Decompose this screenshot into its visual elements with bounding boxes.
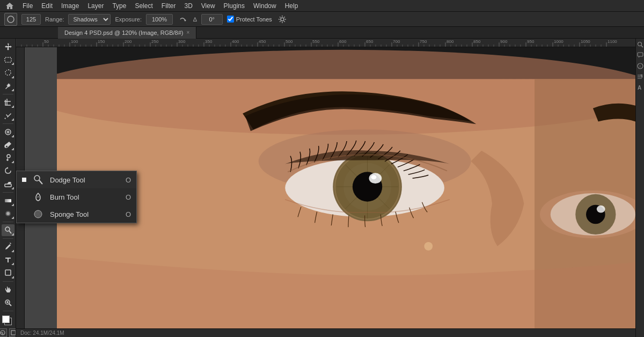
svg-line-14 (9, 304, 11, 306)
clone-stamp-tool[interactable] (2, 152, 14, 164)
range-label: Range: (45, 16, 64, 23)
svg-text:500: 500 (286, 39, 293, 44)
quick-mask-btn[interactable] (0, 328, 7, 337)
panel-text-icon[interactable]: A (636, 84, 644, 91)
svg-rect-27 (16, 39, 635, 47)
document-tab[interactable]: Design 4 PSD.psd @ 120% (Image, RGB/8#) … (58, 27, 196, 39)
shape-tool[interactable] (2, 267, 14, 279)
blur-tool[interactable] (2, 208, 14, 219)
svg-text:800: 800 (447, 39, 454, 44)
crop-tool[interactable] (2, 97, 14, 108)
right-panel: i A (635, 39, 644, 337)
svg-point-194 (36, 216, 37, 217)
svg-text:900: 900 (500, 39, 508, 44)
sponge-icon (32, 208, 45, 221)
eyedropper-tool[interactable] (2, 109, 14, 121)
svg-rect-6 (5, 184, 11, 187)
gradient-tool[interactable] (2, 195, 14, 207)
hand-tool[interactable] (2, 283, 14, 295)
brush-size-input[interactable] (21, 14, 41, 25)
context-menu-burn-tool[interactable]: Burn Tool O (17, 188, 136, 206)
context-menu-dodge-tool[interactable]: Dodge Tool O (17, 171, 136, 188)
range-select[interactable]: Shadows Midtones Highlights (68, 14, 111, 25)
menu-filter[interactable]: Filter (158, 1, 179, 11)
svg-rect-21 (638, 53, 643, 56)
sponge-tool-label: Sponge Tool (50, 210, 120, 218)
svg-point-2 (281, 18, 284, 21)
context-menu: Dodge Tool O Burn Tool O (16, 171, 137, 223)
burn-tool-label: Burn Tool (50, 193, 120, 201)
magic-wand-tool[interactable] (2, 80, 14, 92)
svg-text:350: 350 (205, 39, 213, 44)
tool-separator-7 (3, 311, 13, 311)
healing-brush-tool[interactable] (2, 126, 14, 138)
svg-point-189 (38, 215, 39, 216)
eye-illustration (57, 47, 635, 328)
exposure-input[interactable] (146, 14, 173, 25)
menu-window[interactable]: Window (250, 1, 280, 11)
sponge-tool-shortcut: O (126, 210, 131, 218)
panel-search-icon[interactable] (636, 41, 644, 48)
menu-help[interactable]: Help (282, 1, 302, 11)
select-rect-tool[interactable] (2, 54, 14, 65)
svg-point-181 (34, 175, 40, 181)
tool-separator-2 (3, 123, 13, 124)
menu-edit[interactable]: Edit (38, 1, 56, 11)
selected-indicator (22, 178, 26, 182)
svg-text:1050: 1050 (581, 39, 590, 44)
menu-image[interactable]: Image (58, 1, 82, 11)
svg-point-190 (40, 214, 41, 215)
zoom-tool[interactable] (2, 297, 14, 309)
brush-tool[interactable] (2, 139, 14, 151)
svg-text:A: A (638, 85, 641, 91)
menu-file[interactable]: File (19, 1, 36, 11)
dodge-tool-shortcut: O (126, 176, 131, 184)
svg-text:1100: 1100 (608, 39, 617, 44)
svg-point-191 (35, 215, 36, 216)
svg-rect-3 (5, 57, 11, 62)
tab-close-button[interactable]: × (187, 30, 190, 35)
svg-text:750: 750 (420, 39, 427, 44)
status-info: Doc: 24.1M/24.1M (20, 330, 64, 336)
text-tool[interactable] (2, 254, 14, 266)
svg-text:50: 50 (44, 39, 49, 44)
panel-chat-icon[interactable] (636, 52, 644, 59)
menu-view[interactable]: View (198, 1, 218, 11)
panel-adjustments-icon[interactable] (636, 73, 644, 80)
panel-info-icon[interactable]: i (636, 62, 644, 70)
eye-photo: ct Retouching Ins (57, 47, 635, 328)
status-bar: Doc: 24.1M/24.1M (16, 328, 635, 337)
menu-plugins[interactable]: Plugins (221, 1, 248, 11)
lasso-tool[interactable] (2, 67, 14, 78)
home-icon[interactable] (4, 1, 15, 11)
svg-text:150: 150 (98, 39, 105, 44)
svg-text:700: 700 (393, 39, 400, 44)
tool-separator-1 (3, 94, 13, 94)
pen-tool[interactable] (2, 241, 14, 253)
menu-layer[interactable]: Layer (84, 1, 107, 11)
color-swatches[interactable] (2, 316, 14, 326)
move-tool[interactable] (2, 41, 14, 53)
svg-point-185 (36, 213, 37, 214)
settings-icon[interactable] (276, 13, 288, 25)
history-brush-tool[interactable] (2, 165, 14, 177)
menu-select[interactable]: Select (131, 1, 156, 11)
dodge-tool-btn[interactable] (2, 224, 14, 236)
screen-mode-btn[interactable] (9, 328, 17, 337)
protect-tones-checkbox[interactable] (227, 16, 234, 23)
airbrush-icon[interactable] (177, 13, 189, 25)
context-menu-sponge-tool[interactable]: Sponge Tool O (17, 206, 136, 223)
svg-text:450: 450 (259, 39, 266, 44)
svg-line-182 (39, 180, 42, 184)
eraser-tool[interactable] (2, 178, 14, 190)
menu-3d[interactable]: 3D (181, 1, 195, 11)
menu-type[interactable]: Type (109, 1, 129, 11)
svg-text:550: 550 (312, 39, 320, 44)
dodge-tool-label: Dodge Tool (50, 176, 120, 184)
angle-input[interactable] (201, 14, 223, 25)
protect-tones-label[interactable]: Protect Tones (227, 16, 272, 23)
brush-preview[interactable] (4, 13, 17, 26)
svg-point-24 (640, 75, 642, 76)
svg-point-186 (38, 212, 39, 213)
svg-line-20 (641, 46, 643, 48)
